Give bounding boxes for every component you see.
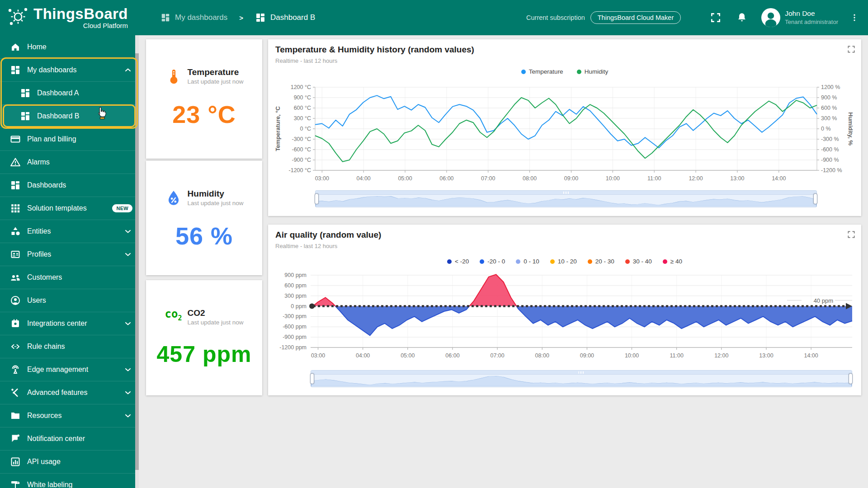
legend-item-20-30[interactable]: 20 - 30 — [588, 258, 614, 265]
slider-handle-right[interactable] — [813, 193, 817, 204]
chevron-down-icon[interactable] — [123, 365, 132, 374]
legend-item-30-40[interactable]: 30 - 40 — [625, 258, 652, 265]
slider-grip[interactable] — [563, 192, 569, 194]
svg-text:05:00: 05:00 — [401, 352, 415, 359]
temperature-humidity-chart: 03:0004:0005:0006:0007:0008:0009:0010:00… — [272, 83, 858, 188]
app-header: ThingsBoard Cloud Platform My dashboards… — [0, 0, 868, 35]
widget-temperature-humidity-history: Temperature & Humidity history (random v… — [268, 39, 861, 216]
droplet-icon — [165, 189, 182, 206]
legend-dot — [588, 259, 592, 264]
svg-text:600 °C: 600 °C — [294, 105, 311, 111]
legend-item-0-10[interactable]: 0 - 10 — [516, 258, 539, 265]
legend-item-40[interactable]: ≥ 40 — [663, 258, 682, 265]
legend-item-humidity[interactable]: Humidity — [577, 68, 609, 75]
card-value: 56 % — [175, 222, 233, 250]
sidebar-item-dashboards[interactable]: Dashboards — [0, 174, 139, 197]
time-range-slider[interactable] — [311, 370, 852, 387]
chevron-down-icon[interactable] — [123, 250, 132, 259]
sidebar-item-solution-templates[interactable]: Solution templatesNEW — [0, 197, 139, 220]
rulechains-icon — [10, 341, 21, 352]
sidebar-item-resources[interactable]: Resources — [0, 404, 139, 427]
svg-text:0 %: 0 % — [821, 126, 831, 132]
svg-text:-900 °C: -900 °C — [292, 157, 311, 163]
slider-grip[interactable] — [579, 371, 585, 374]
sidebar-item-home[interactable]: Home — [0, 35, 139, 58]
chevron-down-icon[interactable] — [123, 388, 132, 397]
slider-handle-right[interactable] — [849, 373, 853, 384]
user-menu[interactable]: John Doe Tenant administrator — [785, 9, 838, 26]
breadcrumb-dashboard-b[interactable]: Dashboard B — [255, 12, 315, 23]
sidebar-item-customers[interactable]: Customers — [0, 266, 139, 289]
breadcrumb: My dashboards > Dashboard B — [160, 12, 315, 23]
svg-text:-1200 °C: -1200 °C — [289, 167, 311, 174]
card-value: 457 ppm — [157, 341, 252, 367]
sidebar-item-white-labeling[interactable]: White labeling — [0, 473, 139, 488]
edge-icon — [10, 364, 21, 375]
legend-item-20-0[interactable]: -20 - 0 — [480, 258, 505, 265]
chevron-down-icon[interactable] — [123, 319, 132, 328]
sidebar-scrollbar[interactable] — [135, 35, 139, 488]
sidebar-scrollbar-thumb[interactable] — [135, 53, 139, 470]
svg-text:06:00: 06:00 — [445, 352, 459, 359]
svg-text:600 %: 600 % — [821, 105, 837, 111]
legend-item-20[interactable]: < -20 — [447, 258, 469, 265]
legend-dot — [480, 259, 484, 264]
svg-text:07:00: 07:00 — [481, 175, 495, 182]
svg-text:06:00: 06:00 — [439, 175, 453, 182]
fullscreen-icon[interactable] — [710, 12, 722, 23]
sidebar-item-edge-management[interactable]: Edge management — [0, 358, 139, 381]
sidebar-item-label: Plan and billing — [27, 135, 76, 143]
sidebar-item-users[interactable]: Users — [0, 289, 139, 312]
more-options-kebab-icon[interactable] — [850, 12, 859, 23]
svg-text:14:00: 14:00 — [772, 175, 786, 182]
air-quality-chart: 03:0004:0005:0006:0007:0008:0009:0010:00… — [272, 272, 858, 367]
svg-text:10:00: 10:00 — [606, 175, 620, 182]
card-humidity: HumidityLast update just now56 % — [146, 161, 262, 275]
slider-handle-left[interactable] — [315, 193, 319, 204]
widget-subtitle: Realtime - last 12 hours — [275, 57, 337, 64]
sidebar-item-integrations-center[interactable]: Integrations center — [0, 312, 139, 335]
sidebar-item-plan-and-billing[interactable]: Plan and billing — [0, 127, 139, 150]
dashboard-icon — [20, 88, 31, 99]
user-role: Tenant administrator — [785, 19, 838, 26]
sidebar-item-alarms[interactable]: Alarms — [0, 150, 139, 174]
time-range-slider[interactable] — [315, 190, 817, 207]
alarm-icon — [10, 157, 21, 168]
chevron-up-icon[interactable] — [123, 66, 132, 75]
svg-text:-600 °C: -600 °C — [292, 146, 311, 153]
widget-expand-icon[interactable] — [847, 45, 856, 54]
svg-text:-1200 %: -1200 % — [821, 167, 842, 174]
svg-text:1200 %: 1200 % — [821, 84, 840, 90]
sidebar-item-profiles[interactable]: Profiles — [0, 243, 139, 266]
notifications-bell-icon[interactable] — [736, 12, 748, 23]
sidebar-item-notification-center[interactable]: Notification center — [0, 427, 139, 450]
widget-title: Air quality (random value) — [275, 230, 381, 240]
sidebar-item-label: API usage — [27, 458, 61, 466]
sidebar-item-dashboard-b[interactable]: Dashboard B — [0, 104, 139, 127]
legend-item-10-20[interactable]: 10 - 20 — [550, 258, 577, 265]
user-avatar[interactable] — [761, 8, 780, 27]
legend-item-temperature[interactable]: Temperature — [521, 68, 563, 75]
sidebar-item-api-usage[interactable]: API usage — [0, 450, 139, 473]
svg-text:10:00: 10:00 — [625, 352, 639, 359]
legend-dot — [447, 259, 452, 264]
sidebar-item-entities[interactable]: Entities — [0, 220, 139, 243]
svg-text:09:00: 09:00 — [580, 352, 594, 359]
chevron-down-icon[interactable] — [123, 227, 132, 236]
chevron-down-icon[interactable] — [123, 411, 132, 420]
breadcrumb-my-dashboards[interactable]: My dashboards — [160, 13, 227, 23]
card-last-update: Last update just now — [188, 200, 244, 206]
users-icon — [10, 295, 21, 306]
entities-icon — [10, 226, 21, 237]
sidebar-item-rule-chains[interactable]: Rule chains — [0, 335, 139, 358]
widget-expand-icon[interactable] — [847, 230, 856, 239]
subscription-plan-chip: ThingsBoard Cloud Maker — [590, 11, 681, 24]
chart-legend: < -20-20 - 00 - 1010 - 2020 - 3030 - 40≥… — [268, 258, 861, 265]
slider-handle-left[interactable] — [310, 373, 314, 384]
thingsboard-logo[interactable]: ThingsBoard Cloud Platform — [0, 5, 139, 31]
sidebar-item-advanced-features[interactable]: Advanced features — [0, 381, 139, 404]
sidebar-item-my-dashboards[interactable]: My dashboards — [0, 58, 139, 81]
svg-text:09:00: 09:00 — [564, 175, 578, 182]
sidebar-item-dashboard-a[interactable]: Dashboard A — [0, 81, 139, 104]
threshold-label: 40 ppm — [814, 297, 833, 304]
